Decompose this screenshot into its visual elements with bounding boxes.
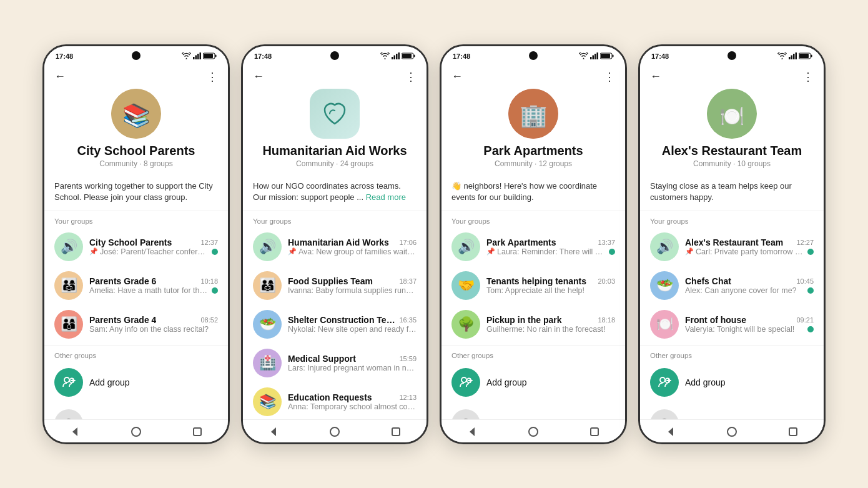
svg-text:📚: 📚 — [122, 102, 150, 129]
svg-rect-2 — [197, 54, 199, 59]
svg-rect-60 — [789, 428, 797, 436]
group-item[interactable]: 🤝 Tenants helping tenants 20:03 Tom: App… — [441, 266, 625, 305]
group-item[interactable]: 👨‍👩‍👧 Food Supplies Team 18:37 Ivanna: B… — [243, 266, 427, 305]
camera-notch — [330, 51, 339, 60]
status-icons — [777, 52, 812, 59]
camera-notch — [529, 51, 538, 60]
group-item[interactable]: 🔊 Humanitarian Aid Works 17:06 📌 Ava: Ne… — [243, 227, 427, 266]
svg-rect-0 — [193, 57, 195, 59]
group-item[interactable]: 📚 Education Requests 12:13 Anna: Tempora… — [243, 382, 427, 419]
group-info: Shelter Construction Team 16:35 Nykolai:… — [288, 315, 417, 334]
group-item[interactable]: 🥗 Chefs Chat 10:45 Alex: Can anyone cove… — [640, 266, 824, 305]
online-indicator — [212, 249, 218, 255]
svg-marker-58 — [668, 427, 673, 436]
battery-icon — [402, 52, 415, 59]
recents-nav-button[interactable] — [588, 425, 601, 439]
read-more-link[interactable]: Read more — [366, 192, 406, 202]
add-group-item[interactable]: Add group — [441, 362, 625, 403]
other-group-icon — [451, 409, 480, 419]
more-options-button[interactable]: ⋮ — [207, 70, 218, 84]
header-actions: ← ⋮ — [54, 70, 218, 84]
add-group-item[interactable]: Add group — [640, 362, 824, 403]
group-item[interactable]: 🍽️ Front of house 09:21 Valeryia: Tonigh… — [640, 305, 824, 344]
header-actions: ← ⋮ — [650, 70, 814, 84]
svg-point-59 — [727, 427, 736, 436]
add-group-icon — [451, 368, 480, 397]
add-group-label: Add group — [89, 377, 130, 387]
other-group-item[interactable]: Building events — [441, 403, 625, 419]
back-nav-button[interactable] — [267, 425, 280, 439]
back-nav-button[interactable] — [664, 425, 678, 439]
svg-rect-16 — [194, 428, 201, 436]
home-nav-button[interactable] — [526, 425, 540, 439]
group-item[interactable]: 🔊 Alex's Restaurant Team 12:27 📌 Carl: P… — [640, 227, 824, 266]
group-last-message: Lars: Injured pregnant woman in need... — [288, 364, 417, 372]
your-groups-label: Your groups — [44, 212, 228, 227]
group-item[interactable]: 🔊 City School Parents 12:37 📌 José: Pare… — [44, 227, 228, 266]
online-indicator — [807, 287, 814, 294]
svg-rect-45 — [791, 56, 793, 60]
back-button[interactable]: ← — [253, 70, 264, 83]
group-info: Education Requests 12:13 Anna: Temporary… — [288, 392, 417, 411]
home-nav-button[interactable] — [328, 425, 342, 439]
group-item[interactable]: 👨‍👩‍👦 Parents Grade 4 08:52 Sam: Any inf… — [44, 305, 228, 344]
phone-content: ← ⋮ 🍽️ Alex's Restaurant Team Community … — [640, 64, 824, 419]
group-info: Front of house 09:21 Valeryia: Tonight w… — [685, 315, 814, 334]
svg-point-42 — [529, 427, 538, 436]
other-group-item[interactable]: Carpool — [44, 403, 228, 419]
group-time: 09:21 — [796, 316, 814, 324]
svg-point-9 — [64, 377, 69, 382]
group-item[interactable]: 🏥 Medical Support 15:59 Lars: Injured pr… — [243, 344, 427, 382]
battery-icon — [203, 52, 217, 59]
back-button[interactable]: ← — [54, 70, 66, 83]
group-time: 18:18 — [598, 316, 615, 324]
group-item[interactable]: 🔊 Park Apartments 13:37 📌 Laura: Reminde… — [441, 227, 625, 266]
back-nav-button[interactable] — [68, 425, 82, 439]
add-group-item[interactable]: Add group — [44, 362, 228, 403]
camera-notch — [727, 51, 736, 60]
group-time: 15:59 — [399, 355, 417, 362]
back-button[interactable]: ← — [451, 70, 463, 83]
svg-rect-23 — [402, 54, 412, 58]
svg-rect-26 — [392, 428, 400, 436]
more-options-button[interactable]: ⋮ — [405, 70, 417, 84]
svg-rect-50 — [799, 54, 809, 58]
group-time: 10:18 — [200, 277, 218, 285]
group-last-message: Sam: Any info on the class recital? — [89, 325, 218, 334]
wifi-icon — [579, 52, 588, 59]
group-item[interactable]: 👨‍👩‍👧 Parents Grade 6 10:18 Amelia: Have… — [44, 266, 228, 305]
group-info: Parents Grade 4 08:52 Sam: Any info on t… — [89, 315, 218, 334]
more-options-button[interactable]: ⋮ — [802, 70, 814, 84]
community-header: ← ⋮ 🍽️ Alex's Restaurant Team Community … — [640, 64, 824, 174]
svg-point-53 — [660, 377, 665, 382]
group-item[interactable]: 🥗 Shelter Construction Team 16:35 Nykola… — [243, 305, 427, 344]
group-time: 10:45 — [796, 277, 814, 285]
recents-nav-button[interactable] — [190, 425, 204, 439]
nav-bar — [640, 419, 824, 442]
divider — [44, 211, 228, 211]
group-item[interactable]: 🌳 Pickup in the park 18:18 Guilherme: No… — [441, 305, 625, 344]
group-name: Medical Support — [288, 354, 356, 364]
time-display: 17:48 — [254, 52, 272, 60]
pin-icon: 📌 — [288, 247, 297, 256]
home-nav-button[interactable] — [725, 425, 739, 439]
recents-nav-button[interactable] — [786, 425, 800, 439]
group-info: Chefs Chat 10:45 Alex: Can anyone cover … — [685, 276, 814, 295]
group-last-message: Tom: Appreciate all the help! — [486, 286, 615, 295]
group-last-message: 📌 Laura: Reminder: There will be... — [486, 247, 615, 256]
recents-nav-button[interactable] — [389, 425, 403, 439]
other-group-item[interactable]: Produce Requests — [640, 403, 824, 419]
community-name: Park Apartments — [483, 144, 583, 158]
svg-point-25 — [330, 427, 339, 436]
back-nav-button[interactable] — [465, 425, 479, 439]
online-indicator — [807, 249, 814, 255]
svg-rect-18 — [394, 56, 396, 60]
community-description: Staying close as a team helps keep our c… — [640, 174, 824, 209]
svg-rect-6 — [204, 54, 213, 58]
community-meta: Community · 8 groups — [99, 159, 172, 168]
back-button[interactable]: ← — [650, 70, 661, 83]
more-options-button[interactable]: ⋮ — [604, 70, 615, 84]
group-last-message: 📌 Carl: Private party tomorrow in... — [685, 247, 814, 256]
home-nav-button[interactable] — [129, 425, 143, 439]
your-groups-label: Your groups — [441, 212, 625, 227]
